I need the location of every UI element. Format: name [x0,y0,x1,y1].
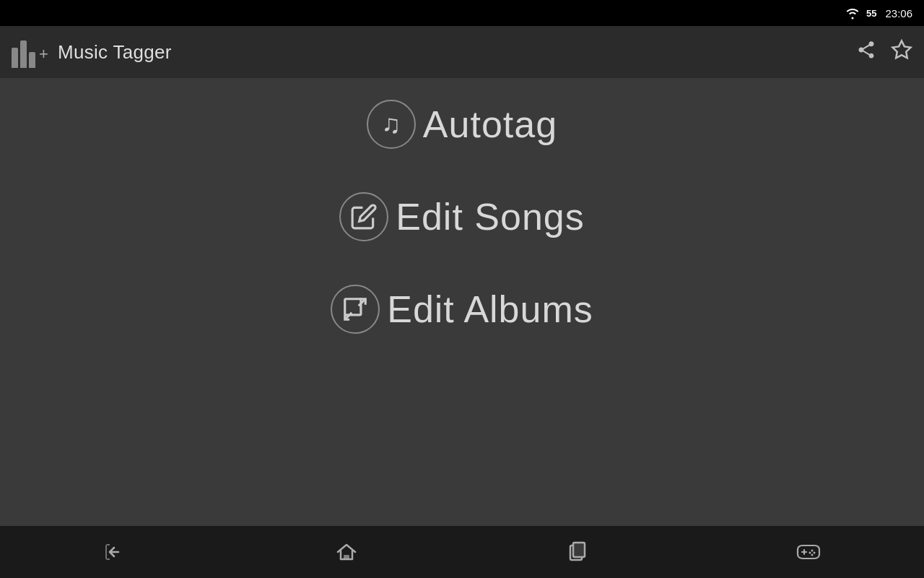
album-edit-icon [341,296,369,323]
svg-point-9 [814,552,816,554]
edit-songs-icon-circle [339,192,388,241]
svg-rect-1 [345,299,361,315]
nav-bar [0,526,924,578]
logo-bar-3 [29,52,35,68]
svg-rect-4 [573,543,585,557]
svg-point-11 [811,554,814,556]
edit-albums-menu-item[interactable]: Edit Albums [331,285,593,334]
star-icon[interactable] [891,39,912,66]
share-icon[interactable] [856,40,876,65]
wifi-icon [845,7,860,20]
status-bar: 55 23:06 [0,0,924,26]
nav-home-button[interactable] [318,534,375,570]
status-time: 23:06 [885,7,912,20]
edit-songs-menu-item[interactable]: Edit Songs [339,192,585,241]
svg-point-8 [811,550,814,552]
autotag-icon-circle: ♫ [367,100,416,149]
svg-marker-0 [893,40,911,58]
edit-albums-icon-circle [331,285,380,334]
nav-gamepad-button[interactable] [780,534,837,570]
svg-rect-2 [344,555,349,560]
autotag-label: Autotag [423,103,557,146]
pencil-icon [350,203,378,230]
app-bar-left: + Music Tagger [12,33,856,71]
logo-plus: + [39,45,48,64]
nav-back-button[interactable] [87,534,144,570]
app-bar-actions [856,39,912,66]
edit-albums-label: Edit Albums [387,288,593,331]
logo-bar-1 [12,48,18,68]
app-bar: + Music Tagger [0,26,924,78]
logo-bar-2 [20,40,27,68]
nav-recents-button[interactable] [549,534,606,570]
music-note-icon: ♫ [381,111,401,137]
app-title: Music Tagger [58,41,172,64]
autotag-menu-item[interactable]: ♫ Autotag [367,100,557,149]
app-logo: + [12,33,49,71]
edit-songs-label: Edit Songs [396,195,585,238]
battery-indicator: 55 [866,8,876,19]
main-content: ♫ Autotag Edit Songs Edit Albums [0,78,924,526]
svg-point-10 [809,552,811,554]
